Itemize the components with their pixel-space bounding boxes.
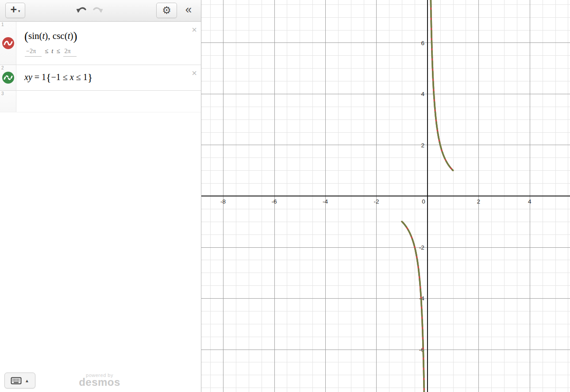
plus-icon: + [10, 4, 17, 15]
graph-settings-button[interactable]: ⚙ [156, 3, 177, 18]
expression-2-input[interactable]: xy = 1{−1 ≤ x ≤ 1} [16, 65, 201, 90]
x-tick-label: -2 [374, 198, 379, 205]
chevron-down-icon: ▾ [18, 9, 20, 13]
leq-symbol: ≤ [45, 47, 48, 55]
expression-1-input[interactable]: (sin(t), csc(t)) −2π ≤ t ≤ 2π [16, 22, 201, 65]
expression-2-number: 2 [1, 65, 4, 70]
expression-1-formula: (sin(t), csc(t)) [24, 30, 201, 43]
expression-3-number: 3 [1, 91, 4, 96]
undo-redo-group [76, 6, 103, 15]
desmos-watermark[interactable]: powered by desmos [71, 373, 128, 387]
x-tick-label: -4 [323, 198, 328, 205]
condition-left: −1 ≤ [51, 72, 70, 82]
collapse-panel-button[interactable]: « [181, 3, 196, 18]
leq-symbol: ≤ [56, 47, 60, 55]
expression-1-gutter[interactable]: 1 [0, 22, 16, 65]
domain-min-field[interactable]: −2π [25, 48, 42, 57]
equals-one: = 1 [32, 72, 46, 82]
y-tick-label: -2 [419, 244, 424, 251]
close-icon[interactable]: × [192, 25, 197, 34]
undo-icon[interactable] [76, 6, 88, 15]
expression-2-color-icon[interactable] [2, 72, 14, 84]
x-tick-label: 4 [528, 198, 531, 205]
keyboard-toggle-button[interactable]: ▲ [4, 373, 35, 388]
graph-paper: -8-6-4-2024642-2-4-6 [201, 0, 570, 392]
expression-2-formula: xy = 1{−1 ≤ x ≤ 1} [24, 72, 201, 84]
x-tick-label: -8 [220, 198, 226, 205]
y-tick-label: 6 [421, 40, 424, 46]
redo-icon[interactable] [92, 6, 103, 15]
x-tick-label: 2 [477, 198, 481, 205]
desmos-app: + ▾ ⚙ « [0, 0, 570, 392]
paren-open: ( [24, 30, 28, 43]
dashed-curve-icon [2, 72, 14, 84]
domain-variable: t [51, 47, 53, 55]
function-sin: sin( [28, 31, 42, 41]
variables-xy: xy [24, 72, 32, 82]
expression-3-gutter: 3 [0, 91, 16, 112]
axes [201, 0, 570, 392]
expression-2-gutter[interactable]: 2 [0, 65, 16, 90]
collapse-icon: « [185, 3, 192, 16]
brace-close: } [88, 72, 93, 83]
brace-open: { [46, 72, 51, 83]
expression-panel: + ▾ ⚙ « [0, 0, 201, 392]
condition-right: ≤ 1 [74, 72, 88, 82]
keyboard-icon [11, 377, 22, 384]
variable-x: x [70, 72, 74, 82]
expression-row-3[interactable]: 3 [0, 91, 201, 112]
x-tick-label: 0 [422, 198, 425, 205]
gear-icon: ⚙ [162, 5, 171, 15]
expression-row-1: 1 (sin(t), csc(t)) −2π ≤ t ≤ 2π × [0, 22, 201, 65]
y-tick-label: 2 [421, 142, 424, 149]
graph-canvas[interactable]: -8-6-4-2024642-2-4-6 [201, 0, 570, 392]
expression-1-color-icon[interactable] [2, 37, 14, 49]
solid-curve-icon [2, 37, 14, 49]
paren-close-inner: ) [70, 31, 73, 41]
domain-max-field[interactable]: 2π [63, 48, 77, 57]
paren-close: ) [73, 30, 77, 43]
expression-3-input[interactable] [16, 91, 201, 112]
panel-toolbar: + ▾ ⚙ « [0, 0, 201, 22]
close-icon[interactable]: × [192, 69, 197, 77]
y-tick-label: 4 [421, 91, 424, 97]
x-tick-label: -6 [271, 198, 277, 205]
add-expression-button[interactable]: + ▾ [5, 3, 25, 18]
desmos-logo: desmos [71, 378, 128, 387]
expression-1-domain: −2π ≤ t ≤ 2π [24, 47, 201, 57]
function-csc: ), csc( [45, 31, 67, 41]
caret-up-icon: ▲ [25, 378, 29, 383]
expression-row-2: 2 xy = 1{−1 ≤ x ≤ 1} × [0, 65, 201, 91]
expression-1-number: 1 [1, 22, 4, 27]
